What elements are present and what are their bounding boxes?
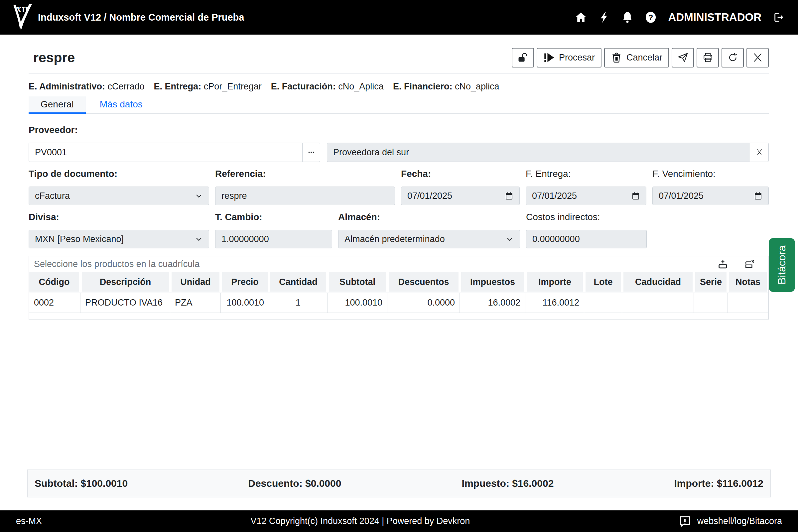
logout-icon[interactable] (772, 11, 785, 24)
chevron-down-icon (195, 235, 203, 243)
title-divider (28, 74, 769, 74)
log-icon[interactable] (679, 515, 691, 528)
calendar-icon (631, 191, 640, 200)
totals-bar: Subtotal: $100.0010 Descuento: $0.0000 I… (27, 470, 771, 497)
summary-subtotal: Subtotal: $100.0010 (35, 478, 128, 489)
svg-text:?: ? (648, 13, 653, 22)
status-facturacion: cNo_Aplica (338, 81, 384, 92)
grid-caption: Seleccione los productos en la cuadrícul… (34, 259, 200, 269)
clear-rows-icon[interactable] (744, 259, 755, 270)
referencia-label: Referencia: (215, 169, 395, 179)
grid-data-row[interactable]: 0002 PRODUCTO IVA16 PZA 100.0010 1 100.0… (29, 292, 768, 313)
f-entrega-input[interactable]: 07/01/2025 (526, 187, 646, 205)
almacen-label: Almacén: (338, 212, 520, 223)
add-row-icon[interactable] (718, 259, 728, 270)
fecha-label: Fecha: (401, 169, 520, 179)
fecha-input[interactable]: 07/01/2025 (401, 187, 520, 205)
copyright-label: V12 Copyright(c) Induxsoft 2024 | Powere… (42, 516, 679, 526)
status-entrega: cPor_Entregar (204, 81, 262, 92)
tab-general[interactable]: General (28, 96, 86, 114)
proveedor-lookup-button[interactable] (302, 142, 320, 162)
calendar-icon (505, 191, 513, 200)
proveedor-clear-button[interactable] (750, 143, 768, 162)
proveedor-code-input[interactable]: PV0001 (28, 142, 302, 162)
unlock-button[interactable] (512, 48, 534, 68)
status-administrativo: cCerrado (108, 81, 145, 92)
summary-impuesto: Impuesto: $16.0002 (462, 478, 554, 489)
products-grid: Seleccione los productos en la cuadrícul… (28, 256, 769, 320)
summary-importe: Importe: $116.0012 (674, 478, 763, 489)
top-bar: XII Induxsoft V12 / Nombre Comercial de … (0, 0, 798, 35)
proveedor-name-field: Proveedora del sur (327, 142, 769, 162)
almacen-select[interactable]: Almacén predeterminado (338, 230, 520, 248)
calendar-icon (754, 191, 762, 200)
status-financiero: cNo_aplica (455, 81, 499, 92)
tab-mas-datos[interactable]: Más datos (86, 96, 157, 114)
summary-descuento: Descuento: $0.0000 (248, 478, 341, 489)
print-button[interactable] (697, 48, 719, 68)
proveedor-label: Proveedor: (28, 125, 769, 135)
costos-indirectos-input[interactable]: 0.00000000 (526, 230, 647, 248)
cancelar-button[interactable]: Cancelar (604, 48, 669, 68)
user-name[interactable]: ADMINISTRADOR (668, 11, 761, 24)
procesar-label: Procesar (559, 53, 595, 63)
page-title: respre (33, 50, 75, 65)
status-line: E. Administrativo: cCerrado E. Entrega: … (28, 81, 769, 92)
costos-indirectos-label: Costos indirectos: (526, 212, 647, 223)
chevron-down-icon (195, 192, 203, 200)
quick-actions-icon[interactable] (598, 11, 610, 24)
divisa-select[interactable]: MXN [Peso Mexicano] (28, 230, 209, 248)
grid-header-row: Código Descripción Unidad Precio Cantida… (29, 272, 768, 291)
tab-bar: General Más datos (28, 96, 769, 114)
refresh-button[interactable] (722, 48, 744, 68)
notifications-icon[interactable] (621, 11, 634, 24)
close-button[interactable] (746, 48, 769, 68)
app-title: Induxsoft V12 / Nombre Comercial de Prue… (38, 12, 244, 23)
log-path-label[interactable]: webshell/log/Bitacora (697, 516, 782, 526)
tipo-documento-label: Tipo de documento: (28, 169, 209, 179)
f-vencimiento-label: F. Vencimiento: (652, 169, 769, 179)
f-vencimiento-input[interactable]: 07/01/2025 (652, 187, 769, 205)
procesar-button[interactable]: Procesar (537, 48, 602, 68)
svg-text:XII: XII (16, 6, 28, 14)
divisa-label: Divisa: (28, 212, 209, 223)
tipo-documento-select[interactable]: cFactura (28, 187, 209, 205)
induxsoft-logo: XII (10, 3, 33, 32)
home-icon[interactable] (574, 11, 587, 24)
locale-label: es-MX (16, 516, 42, 526)
t-cambio-label: T. Cambio: (215, 212, 332, 223)
t-cambio-input[interactable]: 1.00000000 (215, 230, 332, 248)
referencia-input[interactable]: respre (215, 187, 395, 205)
footer-bar: es-MX V12 Copyright(c) Induxsoft 2024 | … (0, 510, 798, 532)
bitacora-drawer-tab[interactable]: Bitácora (769, 238, 795, 292)
document-toolbar: Procesar Cancelar (512, 48, 769, 68)
chevron-down-icon (506, 235, 514, 243)
cancelar-label: Cancelar (626, 53, 662, 63)
send-button[interactable] (672, 48, 694, 68)
help-icon[interactable]: ? (644, 11, 657, 24)
f-entrega-label: F. Entrega: (526, 169, 646, 179)
